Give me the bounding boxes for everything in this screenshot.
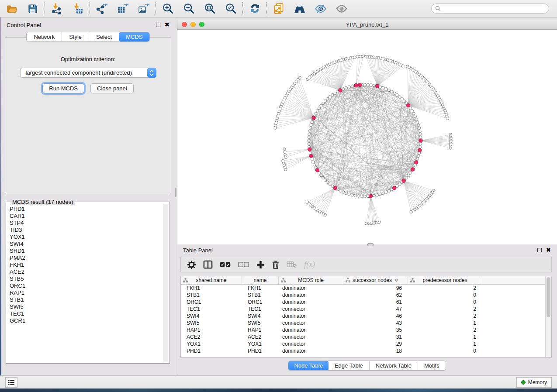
- network-node[interactable]: [348, 193, 350, 196]
- network-node[interactable]: [417, 155, 420, 157]
- tab-motifs[interactable]: Motifs: [418, 361, 446, 370]
- mcds-hub-node[interactable]: [308, 148, 311, 151]
- network-node[interactable]: [387, 89, 390, 91]
- mcds-hub-node[interactable]: [354, 83, 358, 87]
- mcds-hub-node[interactable]: [419, 139, 422, 142]
- satellite-node[interactable]: [359, 55, 362, 58]
- network-node[interactable]: [311, 158, 313, 160]
- table-row[interactable]: FKH1FKH1dominator962: [181, 285, 545, 292]
- export-image-button[interactable]: [137, 2, 150, 15]
- network-node[interactable]: [407, 174, 410, 177]
- network-node[interactable]: [403, 100, 405, 102]
- tab-mcds[interactable]: MCDS: [119, 32, 149, 42]
- export-table-button[interactable]: [116, 2, 129, 15]
- satellite-node[interactable]: [282, 159, 284, 162]
- mcds-hub-node[interactable]: [393, 186, 396, 189]
- network-node[interactable]: [326, 97, 329, 100]
- mcds-result-item[interactable]: TID3: [8, 227, 163, 234]
- network-node[interactable]: [318, 107, 320, 110]
- refresh-view-button[interactable]: [248, 2, 261, 15]
- network-node[interactable]: [393, 92, 396, 94]
- close-table-panel-icon[interactable]: ✖: [546, 248, 551, 252]
- network-node[interactable]: [308, 130, 311, 132]
- mcds-result-item[interactable]: TEC1: [8, 310, 163, 317]
- deselect-all-button[interactable]: [238, 261, 249, 268]
- network-node[interactable]: [370, 84, 372, 86]
- network-node[interactable]: [412, 112, 415, 115]
- mcds-hub-node[interactable]: [315, 168, 319, 172]
- network-node[interactable]: [322, 102, 324, 105]
- mcds-hub-node[interactable]: [406, 103, 410, 107]
- select-all-button[interactable]: [220, 261, 231, 268]
- network-node[interactable]: [329, 183, 331, 186]
- search-network-button[interactable]: [293, 2, 306, 15]
- network-node[interactable]: [351, 85, 353, 87]
- zoom-out-button[interactable]: [182, 2, 195, 15]
- network-node[interactable]: [419, 142, 422, 145]
- mcds-hub-node[interactable]: [402, 179, 405, 182]
- add-column-button[interactable]: [256, 261, 265, 269]
- network-node[interactable]: [310, 124, 312, 126]
- network-node[interactable]: [320, 104, 322, 107]
- network-node[interactable]: [309, 151, 311, 154]
- network-node[interactable]: [373, 194, 375, 197]
- network-node[interactable]: [382, 192, 384, 195]
- network-node[interactable]: [398, 183, 401, 186]
- network-node[interactable]: [354, 194, 356, 197]
- table-row[interactable]: ACE2ACE2connector311: [181, 334, 545, 340]
- table-row[interactable]: PHD1PHD1dominator180: [181, 347, 545, 354]
- network-node[interactable]: [373, 84, 375, 87]
- network-node[interactable]: [339, 189, 342, 192]
- network-node[interactable]: [324, 179, 326, 181]
- table-row[interactable]: YOX1YOX1connector291: [181, 340, 545, 347]
- mcds-hub-node[interactable]: [309, 154, 313, 158]
- column-header-shared-name[interactable]: shared name: [181, 276, 242, 284]
- network-node[interactable]: [308, 142, 310, 145]
- network-node[interactable]: [363, 195, 366, 198]
- table-scrollbar-thumb[interactable]: [547, 277, 550, 317]
- mcds-list-scrollbar[interactable]: [163, 204, 168, 361]
- mcds-hub-node[interactable]: [333, 186, 337, 189]
- network-node[interactable]: [419, 145, 422, 148]
- network-node[interactable]: [398, 96, 401, 98]
- network-node[interactable]: [345, 86, 348, 89]
- network-graph[interactable]: [177, 30, 557, 244]
- function-builder-button[interactable]: f(x): [304, 260, 315, 269]
- table-row[interactable]: SWI5SWI5connector431: [181, 320, 545, 327]
- mcds-result-item[interactable]: PHD1: [8, 206, 163, 213]
- satellite-node[interactable]: [353, 56, 356, 58]
- criterion-dropdown[interactable]: largest connected component (undirected): [20, 68, 156, 78]
- search-input[interactable]: [443, 6, 545, 12]
- zoom-in-button[interactable]: [161, 2, 174, 15]
- network-node[interactable]: [405, 176, 408, 179]
- mcds-result-item[interactable]: GCR1: [8, 317, 163, 324]
- table-scrollbar[interactable]: [545, 276, 551, 357]
- tab-network-table[interactable]: Network Table: [370, 361, 418, 370]
- network-node[interactable]: [308, 136, 310, 139]
- mcds-result-item[interactable]: STB1: [8, 296, 163, 303]
- satellite-node[interactable]: [284, 156, 287, 158]
- network-node[interactable]: [324, 100, 326, 102]
- network-node[interactable]: [418, 127, 421, 129]
- table-row[interactable]: RAP1RAP1dominator352: [181, 327, 545, 334]
- network-node[interactable]: [320, 174, 322, 177]
- table-settings-button[interactable]: [187, 260, 196, 269]
- network-node[interactable]: [387, 189, 390, 192]
- network-node[interactable]: [315, 112, 317, 115]
- network-node[interactable]: [419, 130, 421, 132]
- table-row[interactable]: ORC1ORC1dominator610: [181, 299, 545, 306]
- network-node[interactable]: [396, 93, 398, 96]
- delete-column-button[interactable]: [272, 260, 280, 269]
- mcds-result-item[interactable]: SWI4: [8, 241, 163, 248]
- mcds-result-item[interactable]: ORC1: [8, 282, 163, 289]
- network-node[interactable]: [414, 115, 416, 117]
- satellite-node[interactable]: [298, 76, 301, 79]
- network-node[interactable]: [419, 133, 422, 135]
- network-file-button[interactable]: [272, 2, 285, 15]
- satellite-node[interactable]: [410, 210, 412, 213]
- satellite-node[interactable]: [449, 147, 452, 149]
- tab-style[interactable]: Style: [62, 32, 89, 41]
- network-node[interactable]: [409, 107, 412, 110]
- network-canvas[interactable]: [177, 30, 557, 244]
- mcds-result-item[interactable]: STB5: [8, 275, 163, 282]
